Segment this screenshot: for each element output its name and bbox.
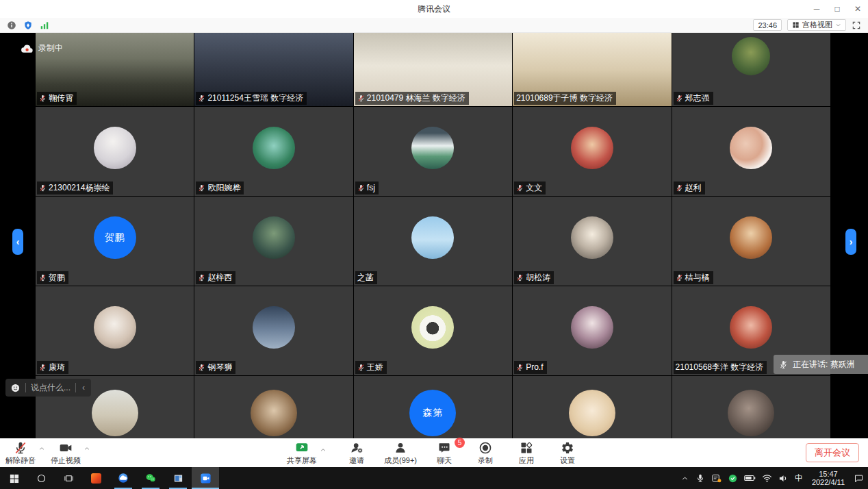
share-screen-icon: [294, 441, 310, 455]
tray-mic-icon[interactable]: [695, 473, 705, 483]
participant-name-tag: 康琦: [37, 361, 68, 374]
participant-name-tag: 桔与橘: [674, 271, 713, 284]
taskbar-clock[interactable]: 15:47 2022/4/11: [809, 470, 847, 486]
quick-chat-bubble[interactable]: 说点什么... ‹: [5, 379, 91, 397]
muted-mic-icon: [14, 441, 27, 455]
participant-name-tag: fsj: [355, 181, 379, 195]
members-button[interactable]: 成员(99+): [383, 441, 418, 464]
participant-name: fsj: [367, 182, 375, 193]
ime-indicator[interactable]: 中: [795, 473, 803, 484]
participant-tile[interactable]: 赵梓西: [194, 197, 353, 286]
stop-video-button[interactable]: 停止视频: [49, 441, 82, 464]
participant-tile[interactable]: 之菡: [354, 197, 512, 286]
participant-name: 钢琴狮: [207, 362, 232, 373]
tencent-meeting-app-icon[interactable]: [192, 467, 219, 489]
participant-name: 21300214杨崇绘: [49, 182, 110, 193]
maximize-button[interactable]: □: [827, 0, 847, 18]
mic-options-caret[interactable]: [38, 445, 45, 452]
record-button[interactable]: 录制: [470, 441, 500, 464]
prev-page-button[interactable]: ‹: [12, 229, 23, 255]
system-tray: 中 15:47 2022/4/11: [680, 470, 868, 486]
wechat-app-icon[interactable]: [137, 467, 164, 489]
task-view-button[interactable]: [55, 467, 82, 489]
minimize-button[interactable]: ─: [806, 0, 827, 18]
security-shield-icon[interactable]: [23, 21, 33, 30]
participant-tile[interactable]: [194, 376, 353, 438]
chat-button[interactable]: 5 聊天: [429, 441, 459, 464]
tray-security-icon[interactable]: [728, 473, 738, 484]
participant-name-tag: 赵利: [674, 181, 705, 195]
participant-name: 郑志强: [685, 92, 710, 103]
apps-grid-icon: [520, 441, 533, 455]
emoji-icon[interactable]: [10, 383, 21, 393]
participant-tile[interactable]: 贺鹏贺鹏: [36, 197, 194, 286]
window-titlebar: 腾讯会议 ─ □ ✕: [0, 0, 868, 18]
tray-messenger-icon[interactable]: [711, 473, 722, 484]
next-page-button[interactable]: ›: [845, 229, 856, 255]
leave-meeting-button[interactable]: 离开会议: [806, 443, 859, 462]
participant-tile[interactable]: 赵利: [672, 107, 830, 196]
tray-chevron-up-icon[interactable]: [680, 474, 689, 483]
settings-button[interactable]: 设置: [552, 441, 583, 464]
view-mode-selector[interactable]: 宫格视图: [787, 19, 846, 31]
chat-input-placeholder[interactable]: 说点什么...: [31, 382, 71, 394]
participant-name-tag: 钢琴狮: [196, 361, 235, 374]
participant-tile[interactable]: [672, 376, 830, 438]
close-button[interactable]: ✕: [847, 0, 868, 18]
participant-name-tag: 欧阳婉桦: [196, 181, 244, 195]
office-app-icon[interactable]: [82, 467, 110, 489]
participant-tile[interactable]: 郑志强: [672, 33, 830, 106]
participant-tile[interactable]: fsj: [354, 107, 512, 196]
participant-name: 桔与橘: [685, 272, 710, 283]
participant-tile[interactable]: 胡松涛: [513, 197, 671, 286]
participant-avatar: [251, 390, 297, 436]
participant-name-tag: 21011254王雪瑶 数字经济: [196, 92, 307, 105]
share-screen-button[interactable]: 共享屏幕: [285, 441, 318, 464]
participant-name-tag: 郑志强: [674, 92, 713, 105]
record-label: 录制: [478, 456, 493, 464]
video-options-caret[interactable]: [84, 445, 90, 452]
qq-browser-app-icon[interactable]: [110, 467, 137, 489]
participant-tile[interactable]: 欧阳婉桦: [194, 107, 353, 196]
share-options-caret[interactable]: [320, 447, 327, 453]
action-center-icon[interactable]: [854, 473, 864, 484]
participant-name: 赵梓西: [207, 272, 232, 283]
participant-name-tag: 21010689于子博 数字经济: [514, 92, 616, 105]
tray-volume-icon[interactable]: [778, 473, 789, 484]
participant-tile[interactable]: Pro.f: [513, 286, 671, 375]
divider: [75, 383, 76, 392]
participant-tile[interactable]: 桔与橘: [672, 197, 830, 286]
tray-wifi-icon[interactable]: [762, 473, 772, 484]
participant-name-tag: 赵梓西: [196, 271, 235, 284]
search-button[interactable]: [27, 467, 55, 489]
invite-label: 邀请: [349, 456, 364, 464]
participant-name-tag: 21010479 林海兰 数字经济: [355, 92, 469, 105]
participant-tile[interactable]: 21010689于子博 数字经济: [513, 33, 671, 106]
apps-button[interactable]: 应用: [511, 441, 541, 464]
network-signal-icon[interactable]: [40, 21, 49, 30]
photos-app-icon[interactable]: [164, 467, 192, 489]
chat-collapse-icon[interactable]: ‹: [81, 383, 86, 392]
participant-tile[interactable]: 康琦: [36, 286, 194, 375]
window-title: 腾讯会议: [418, 3, 450, 15]
participant-avatar: [571, 216, 613, 259]
participant-tile[interactable]: 21010479 林海兰 数字经济: [354, 33, 512, 106]
participant-tile[interactable]: 文文: [513, 107, 671, 196]
participant-tile[interactable]: 钢琴狮: [194, 286, 353, 375]
participant-tile[interactable]: 21300214杨崇绘: [36, 107, 194, 196]
participant-name: 胡松涛: [526, 272, 550, 283]
participant-tile[interactable]: 王娇: [354, 286, 512, 375]
meeting-info-icon[interactable]: [7, 21, 16, 30]
invite-button[interactable]: 邀请: [342, 441, 372, 464]
fullscreen-icon[interactable]: [852, 21, 861, 30]
participant-tile[interactable]: [513, 376, 671, 438]
unmute-button[interactable]: 解除静音: [4, 441, 37, 464]
participant-tile[interactable]: 森第: [354, 376, 512, 438]
participant-tile[interactable]: 21011254王雪瑶 数字经济: [194, 33, 353, 106]
participant-name: 之菡: [357, 272, 374, 283]
tray-battery-icon[interactable]: [744, 474, 756, 482]
participant-name: 贺鹏: [49, 272, 65, 283]
start-button[interactable]: [0, 467, 27, 489]
muted-mic-icon: [198, 95, 205, 102]
participant-avatar: [253, 216, 295, 259]
